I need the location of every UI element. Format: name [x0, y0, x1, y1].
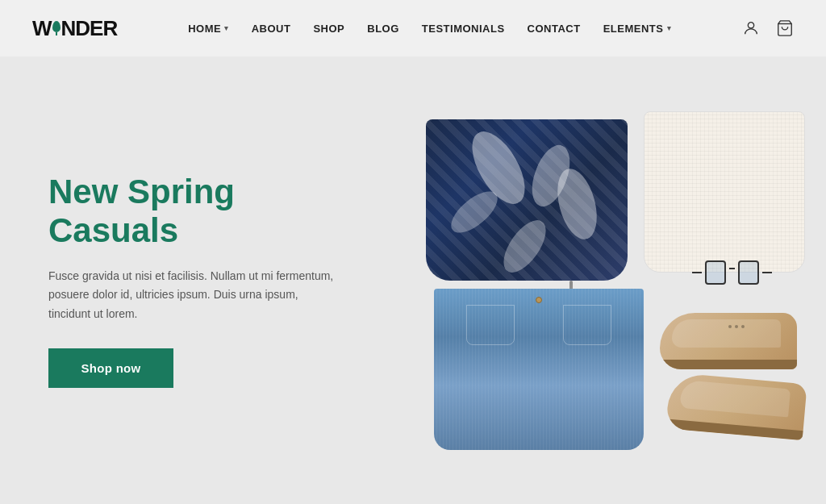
- user-icon[interactable]: [742, 19, 760, 37]
- shoe-right: [665, 372, 807, 440]
- nav-item-contact[interactable]: CONTACT: [528, 23, 581, 35]
- denim-skirt-item: [434, 289, 644, 450]
- glasses-lens-right: [738, 260, 759, 285]
- shoe-left: [660, 313, 797, 369]
- brogue-detail: [728, 325, 745, 328]
- hero-image: [396, 56, 826, 504]
- glasses-arm: [692, 272, 702, 273]
- cart-icon[interactable]: [776, 19, 794, 37]
- logo[interactable]: W NDER: [32, 16, 117, 41]
- shoe-sole: [660, 360, 797, 369]
- nav-item-elements[interactable]: ELEMENTS ▾: [603, 23, 671, 35]
- nav-item-blog[interactable]: BLOG: [367, 23, 399, 35]
- white-top-item: [644, 111, 805, 273]
- chevron-down-icon-elements: ▾: [667, 24, 672, 32]
- nav-item-about[interactable]: ABOUT: [252, 23, 291, 35]
- header-actions: [742, 19, 794, 37]
- leaf-decoration: [492, 210, 557, 280]
- logo-rest: NDER: [61, 16, 118, 41]
- hero-content: New Spring Casuals Fusce gravida ut nisi…: [0, 124, 396, 436]
- glasses-item: [692, 256, 773, 289]
- brogue-dot: [728, 325, 732, 328]
- header: W NDER HOME ▾ ABOUT SHOP BLOG TESTIMONIA…: [0, 0, 826, 56]
- shoe-sole: [665, 419, 803, 440]
- glasses-arm-right: [762, 272, 772, 273]
- nav-item-shop[interactable]: SHOP: [313, 23, 344, 35]
- tropical-top-item: [426, 119, 628, 281]
- hero-description: Fusce gravida ut nisi et facilisis. Null…: [48, 267, 339, 324]
- main-nav: HOME ▾ ABOUT SHOP BLOG TESTIMONIALS CONT…: [188, 23, 671, 35]
- shop-now-button[interactable]: Shop now: [48, 348, 173, 388]
- denim-button: [536, 297, 542, 303]
- hero-title: New Spring Casuals: [48, 173, 348, 251]
- logo-text: W: [32, 16, 52, 41]
- brogue-dot: [735, 325, 738, 328]
- nav-item-home[interactable]: HOME ▾: [188, 23, 229, 35]
- nav-item-testimonials[interactable]: TESTIMONIALS: [422, 23, 505, 35]
- glasses-bridge: [729, 268, 734, 269]
- shoes-item: [660, 313, 805, 442]
- brogue-dot: [741, 325, 745, 328]
- logo-pin-icon: [52, 21, 60, 32]
- hero-section: New Spring Casuals Fusce gravida ut nisi…: [0, 56, 826, 504]
- chevron-down-icon: ▾: [224, 24, 229, 32]
- svg-point-0: [748, 23, 753, 28]
- denim-pocket-right: [563, 305, 611, 345]
- cart-svg: [776, 19, 794, 37]
- person-svg: [742, 19, 760, 37]
- glasses-lens-left: [705, 260, 726, 285]
- product-flat-lay: [402, 95, 821, 466]
- denim-pocket-left: [466, 305, 515, 345]
